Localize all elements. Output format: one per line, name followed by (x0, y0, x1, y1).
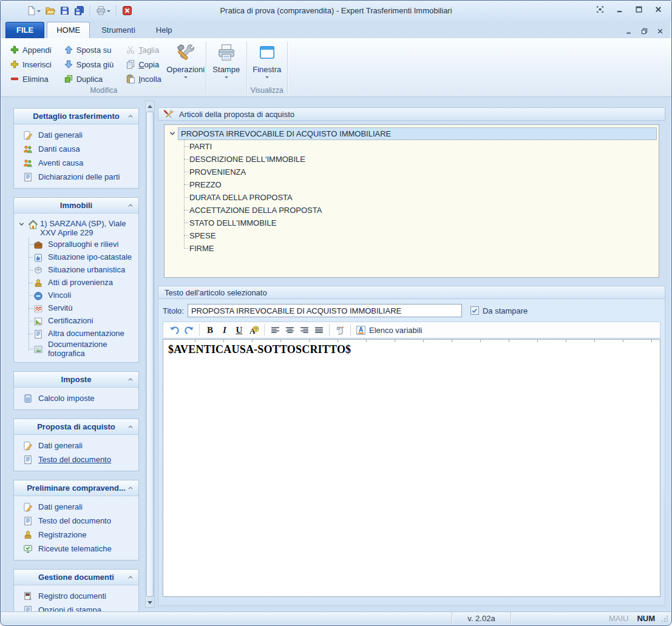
tree-item-situazione-ipo-catastale[interactable]: Situazione ipo-catastale (15, 251, 137, 264)
close-window-button[interactable] (654, 5, 663, 14)
finestra-button[interactable]: Finestra (248, 39, 286, 80)
tab-file[interactable]: FILE (5, 22, 44, 38)
panel-header-imposte[interactable]: Imposte (14, 372, 138, 388)
article-item-firme[interactable]: FIRME (166, 242, 657, 255)
elimina-button[interactable]: Elimina (7, 72, 55, 86)
panel-header-gestione-documenti[interactable]: Gestione documenti (14, 570, 138, 585)
operazioni-button[interactable]: Operazioni (167, 39, 205, 80)
incolla-button[interactable]: Incolla (123, 72, 165, 86)
toolbar-separator (90, 5, 90, 16)
stampe-button[interactable]: Stampe (208, 39, 245, 80)
sidebar-item-registro-documenti[interactable]: Registro documenti (15, 589, 137, 603)
tab-help[interactable]: Help (147, 22, 182, 38)
article-root-label[interactable]: PROPOSTA IRREVOCABILE DI ACQUISTO IMMOBI… (178, 128, 656, 140)
article-root-row[interactable]: PROPOSTA IRREVOCABILE DI ACQUISTO IMMOBI… (166, 127, 657, 140)
article-item-descrizione-dell-immobile[interactable]: DESCRIZIONE DELL'IMMOBILE (166, 153, 657, 166)
tree-item-sopralluoghi-e-rilievi[interactable]: Sopralluoghi e rilievi (15, 238, 137, 251)
mdi-close-button[interactable] (656, 27, 664, 35)
chevron-down-icon[interactable] (168, 129, 177, 138)
appendi-button[interactable]: Appendi (7, 42, 55, 57)
open-button[interactable] (44, 5, 56, 16)
tree-node-1-sarzana-sp-viale-xxv-aprile-229[interactable]: 1) SARZANA (SP), Viale XXV Aprile 229 (15, 217, 137, 238)
tree-item-documentazione-fotografica[interactable]: Documentazione fotografica (15, 340, 137, 358)
sidebar-item-dati-generali[interactable]: Dati generali (15, 500, 137, 514)
tree-item-situazione-urbanistica[interactable]: Situazione urbanistica (15, 264, 137, 277)
mdi-restore-button[interactable] (640, 27, 648, 35)
align-right-button[interactable] (297, 323, 311, 337)
chevron-up-icon[interactable] (126, 375, 135, 384)
tree-item-vincoli[interactable]: Vincoli (15, 289, 137, 302)
panel-header-immobili[interactable]: Immobili (14, 198, 138, 214)
insert-scroll-button[interactable] (333, 323, 347, 337)
scroll-up-icon[interactable] (146, 101, 154, 110)
caps-lock-indicator: MAIU (609, 614, 629, 623)
titolo-input[interactable] (188, 304, 462, 317)
maximize-window-button[interactable] (634, 5, 643, 14)
sidebar-item-aventi-causa[interactable]: Aventi causa (15, 156, 137, 170)
italic-button[interactable]: I (217, 323, 232, 337)
save-all-button[interactable] (73, 5, 86, 16)
tree-item-altra-documentazione[interactable]: Altra documentazione (15, 328, 137, 340)
scrollbar-thumb[interactable] (146, 112, 154, 597)
scroll-down-icon[interactable] (146, 598, 154, 607)
article-item-accettazione-della-proposta[interactable]: ACCETTAZIONE DELLA PROPOSTA (166, 204, 657, 217)
resize-grip[interactable] (660, 614, 669, 623)
tree-item-atti-di-provenienza[interactable]: Atti di provenienza (15, 277, 137, 289)
dropdown-arrow-icon[interactable] (37, 10, 41, 14)
mdi-minimize-button[interactable] (625, 27, 633, 35)
undo-button[interactable] (167, 323, 182, 337)
tree-item-certificazioni[interactable]: Certificazioni (15, 315, 137, 328)
chevron-up-icon[interactable] (126, 484, 135, 493)
fullscreen-window-button[interactable] (596, 5, 605, 14)
sposta-gi-button[interactable]: Sposta giù (61, 57, 117, 72)
chevron-up-icon[interactable] (126, 423, 135, 431)
sposta-su-button[interactable]: Sposta su (61, 42, 117, 57)
sidebar-item-danti-causa[interactable]: Danti causa (15, 142, 137, 156)
justify-button[interactable] (311, 323, 326, 337)
align-center-button[interactable] (282, 323, 297, 337)
sidebar-item-dati-generali[interactable]: Dati generali (15, 439, 137, 453)
tab-home[interactable]: HOME (47, 22, 90, 38)
new-document-button[interactable] (25, 5, 42, 16)
sidebar-item-dati-generali[interactable]: Dati generali (15, 128, 137, 142)
panel-header-dettaglio-trasferimento[interactable]: Dettaglio trasferimento (14, 109, 138, 124)
sidebar-item-testo-del-documento[interactable]: Testo del documento (15, 514, 137, 528)
article-item-stato-dell-immobile[interactable]: STATO DELL'IMMOBILE (166, 217, 657, 229)
chevron-up-icon[interactable] (126, 573, 135, 582)
article-item-prezzo[interactable]: PREZZO (166, 178, 657, 191)
font-color-button[interactable]: A (246, 323, 261, 337)
duplica-button[interactable]: Duplica (61, 72, 117, 86)
sidebar-item-registrazione[interactable]: Registrazione (15, 528, 137, 542)
align-left-button[interactable] (268, 323, 282, 337)
article-item-provenienza[interactable]: PROVENIENZA (166, 166, 657, 178)
panel-header-proposta-di-acquisto[interactable]: Proposta di acquisto (14, 419, 138, 435)
sidebar-item-calcolo-imposte[interactable]: Calcolo imposte (15, 391, 137, 405)
bold-button[interactable]: B (203, 323, 217, 337)
underline-button[interactable]: U (232, 323, 246, 337)
tree-item-servit[interactable]: Servitù (15, 302, 137, 315)
article-item-spese[interactable]: SPESE (166, 229, 657, 242)
elenco-variabili-button[interactable]: AElenco variabili (354, 323, 424, 337)
print-button[interactable] (95, 5, 112, 16)
tab-strumenti[interactable]: Strumenti (92, 22, 144, 38)
document-editor[interactable]: $AVENTICAUSA-SOTTOSCRITTO$ (163, 339, 660, 597)
sidebar-item-dichiarazioni-delle-parti[interactable]: Dichiarazioni delle parti (15, 170, 137, 184)
sidebar-item-testo-del-documento[interactable]: Testo del documento (15, 453, 137, 466)
sidebar-item-ricevute-telematiche[interactable]: Ricevute telematiche (15, 542, 137, 556)
da-stampare-checkbox[interactable] (470, 306, 479, 315)
article-item-parti[interactable]: PARTI (166, 140, 657, 153)
redo-button[interactable] (182, 323, 196, 337)
chevron-up-icon[interactable] (126, 201, 135, 210)
minimize-window-button[interactable] (615, 5, 624, 14)
save-button[interactable] (58, 5, 71, 16)
inserisci-button[interactable]: Inserisci (7, 57, 55, 72)
chevron-up-icon[interactable] (126, 112, 135, 121)
sidebar-panel-dettaglio-trasferimento: Dettaglio trasferimentoDati generaliDant… (13, 108, 139, 189)
dropdown-arrow-icon[interactable] (107, 10, 110, 14)
article-item-durata-della-proposta[interactable]: DURATA DELLA PROPOSTA (166, 191, 657, 204)
copia-button[interactable]: Copia (123, 57, 165, 72)
chevron-down-icon[interactable] (18, 220, 26, 229)
sidebar-scrollbar[interactable] (145, 101, 155, 608)
exit-button[interactable] (121, 5, 134, 16)
panel-header-preliminare-compravend[interactable]: Preliminare compravend... (14, 480, 138, 496)
